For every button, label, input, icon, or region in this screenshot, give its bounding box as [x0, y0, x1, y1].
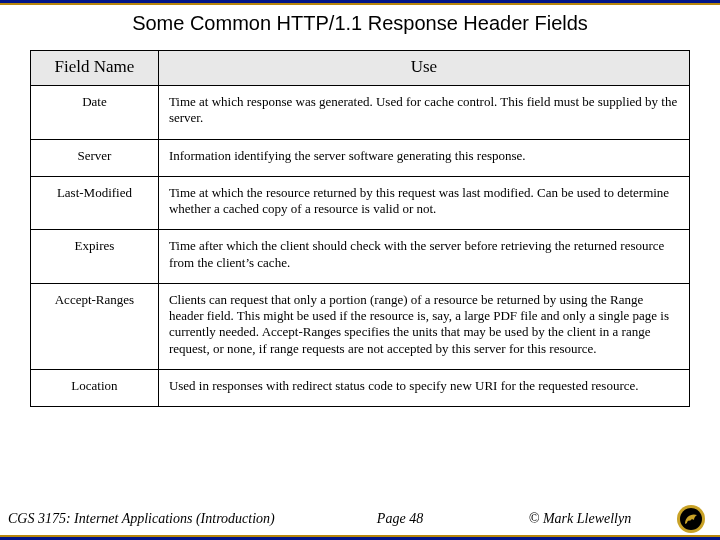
- headers-table: Field Name Use Date Time at which respon…: [30, 50, 690, 407]
- footer: CGS 3175: Internet Applications (Introdu…: [0, 504, 720, 534]
- cell-use: Used in responses with redirect status c…: [158, 369, 689, 406]
- rule-top-gold: [0, 3, 720, 5]
- cell-field-name: Expires: [31, 230, 159, 284]
- footer-page: Page 48: [310, 511, 490, 527]
- slide: Some Common HTTP/1.1 Response Header Fie…: [0, 0, 720, 540]
- col-header-field-name: Field Name: [31, 51, 159, 86]
- cell-field-name: Last-Modified: [31, 176, 159, 230]
- table-row: Expires Time after which the client shou…: [31, 230, 690, 284]
- table-row: Accept-Ranges Clients can request that o…: [31, 283, 690, 369]
- table-header-row: Field Name Use: [31, 51, 690, 86]
- cell-field-name: Location: [31, 369, 159, 406]
- slide-title: Some Common HTTP/1.1 Response Header Fie…: [0, 12, 720, 35]
- cell-use: Information identifying the server softw…: [158, 139, 689, 176]
- cell-field-name: Accept-Ranges: [31, 283, 159, 369]
- table-row: Location Used in responses with redirect…: [31, 369, 690, 406]
- ucf-pegasus-logo-icon: [676, 504, 706, 534]
- cell-use: Time after which the client should check…: [158, 230, 689, 284]
- table-row: Date Time at which response was generate…: [31, 86, 690, 140]
- col-header-use: Use: [158, 51, 689, 86]
- cell-field-name: Date: [31, 86, 159, 140]
- cell-use: Time at which the resource returned by t…: [158, 176, 689, 230]
- cell-use: Clients can request that only a portion …: [158, 283, 689, 369]
- footer-copyright: © Mark Llewellyn: [490, 511, 670, 527]
- table-row: Last-Modified Time at which the resource…: [31, 176, 690, 230]
- cell-use: Time at which response was generated. Us…: [158, 86, 689, 140]
- table-row: Server Information identifying the serve…: [31, 139, 690, 176]
- cell-field-name: Server: [31, 139, 159, 176]
- footer-course: CGS 3175: Internet Applications (Introdu…: [8, 511, 310, 527]
